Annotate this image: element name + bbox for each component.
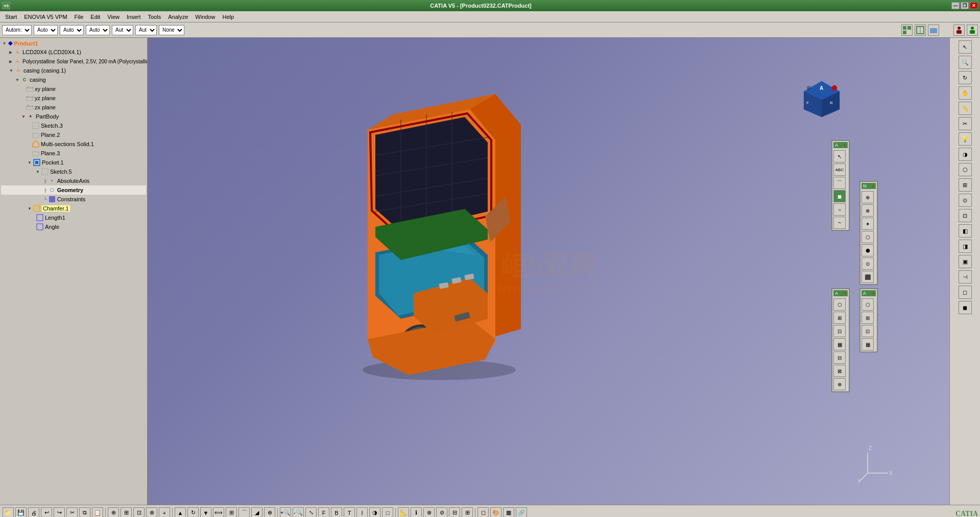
tree-item-plane2[interactable]: Plane.2 bbox=[1, 130, 146, 139]
tree-item-angle[interactable]: Angle bbox=[1, 222, 146, 231]
btool-copy[interactable]: ⧉ bbox=[79, 507, 90, 518]
3d-viewport[interactable]: 峘5双网 WWW.YSH3D.COM A R F A× bbox=[148, 38, 949, 505]
ft-btn-cursor[interactable]: ↖ bbox=[833, 150, 846, 162]
auto-dropdown2[interactable]: Auto bbox=[60, 25, 84, 35]
ft-btn-a2-5[interactable]: ⊟ bbox=[833, 351, 846, 364]
menu-view[interactable]: View bbox=[104, 13, 123, 21]
tree-item-chamfer1[interactable]: ▼ Chamfer.1 bbox=[1, 204, 146, 213]
menu-enovia[interactable]: ENOVIA V5 VPM bbox=[21, 13, 70, 21]
menu-insert[interactable]: Insert bbox=[124, 13, 144, 21]
rtool-view5[interactable]: ▣ bbox=[959, 255, 972, 268]
btool-top[interactable]: T bbox=[344, 507, 355, 518]
ft-btn-a2-6[interactable]: ⊠ bbox=[833, 365, 846, 377]
ft-btn-n1[interactable]: ⊕ bbox=[862, 191, 874, 203]
rtool-render[interactable]: 💡 bbox=[959, 132, 972, 146]
rtool-view2[interactable]: ⊡ bbox=[959, 209, 972, 222]
btool-analyze[interactable]: ⊗ bbox=[423, 507, 435, 518]
aut-dropdown2[interactable]: Aut bbox=[135, 25, 157, 35]
ft-btn-n7[interactable]: ⬛ bbox=[862, 271, 874, 283]
person-icon-1[interactable] bbox=[953, 25, 965, 36]
tree-item-absaxis[interactable]: ├ + AbsoluteAxis bbox=[1, 176, 146, 185]
rtool-section[interactable]: ✂ bbox=[959, 117, 972, 130]
btool-info[interactable]: ℹ bbox=[411, 507, 422, 518]
tree-item-zx-plane[interactable]: zx plane bbox=[1, 103, 146, 112]
tree-item-sketch5[interactable]: ▼ Sketch.5 bbox=[1, 167, 146, 176]
btool-extrude[interactable]: ▲ bbox=[175, 507, 186, 518]
btool-chamfer[interactable]: ◢ bbox=[251, 507, 262, 518]
menu-analyze[interactable]: Analyze bbox=[165, 13, 191, 21]
rtool-pan[interactable]: ✋ bbox=[959, 86, 972, 100]
ft-btn-a3-4[interactable]: ▦ bbox=[862, 338, 874, 350]
menu-help[interactable]: Help bbox=[219, 13, 237, 21]
btool-front[interactable]: F bbox=[318, 507, 329, 518]
tree-item-solar[interactable]: ▶ A Polycrystalline Solar Panel, 2.5V, 2… bbox=[1, 57, 146, 66]
menu-edit[interactable]: Edit bbox=[87, 13, 103, 21]
ft-close-n[interactable]: × bbox=[872, 183, 874, 189]
btool-link[interactable]: 🔗 bbox=[516, 507, 527, 518]
rtool-cursor[interactable]: ↖ bbox=[959, 40, 972, 54]
btool-fillet[interactable]: ⌒ bbox=[238, 507, 250, 518]
tree-item-casing[interactable]: ▼ C casing bbox=[1, 75, 146, 84]
ft-btn-n4[interactable]: ⬡ bbox=[862, 231, 874, 243]
tree-item-constraints[interactable]: └ Constraints bbox=[1, 195, 146, 204]
btool-fitall[interactable]: ⤡ bbox=[305, 507, 317, 518]
btool-section2[interactable]: ⊘ bbox=[436, 507, 447, 518]
btool-zoomout[interactable]: -🔍 bbox=[293, 507, 304, 518]
btool-snap[interactable]: ⊕ bbox=[108, 507, 119, 518]
ft-btn-a3-3[interactable]: ⊡ bbox=[862, 325, 874, 337]
btool-back[interactable]: B bbox=[331, 507, 342, 518]
btool-save[interactable]: 💾 bbox=[15, 507, 27, 518]
ft-close-a2[interactable]: × bbox=[844, 291, 846, 296]
rtool-hide[interactable]: ◻ bbox=[959, 286, 972, 299]
btool-pattern[interactable]: ⊞ bbox=[226, 507, 237, 518]
ft-btn-n3[interactable]: ✦ bbox=[862, 218, 874, 230]
rtool-rotate[interactable]: ↻ bbox=[959, 71, 972, 84]
menu-window[interactable]: Window bbox=[192, 13, 218, 21]
btool-pocket[interactable]: ▼ bbox=[200, 507, 211, 518]
toolbar-icon-2[interactable] bbox=[915, 25, 926, 36]
btool-revolve[interactable]: ↻ bbox=[187, 507, 199, 518]
btool-hide2[interactable]: ◻ bbox=[477, 507, 489, 518]
tree-item-sketch3[interactable]: Sketch.3 bbox=[1, 121, 146, 130]
rtool-view3[interactable]: ◧ bbox=[959, 224, 972, 238]
btool-wire2[interactable]: □ bbox=[382, 507, 393, 518]
menu-tools[interactable]: Tools bbox=[145, 13, 164, 21]
minimize-button[interactable]: — bbox=[951, 2, 960, 9]
ft-close-a[interactable]: × bbox=[844, 143, 846, 148]
btool-axis[interactable]: + bbox=[159, 507, 170, 518]
ft-btn-n6[interactable]: ⊙ bbox=[862, 257, 874, 270]
ft-btn-n5[interactable]: ⬢ bbox=[862, 244, 874, 256]
btool-undo[interactable]: ↩ bbox=[41, 507, 52, 518]
btool-grid[interactable]: ⊞ bbox=[121, 507, 132, 518]
btool-mirror[interactable]: ⟺ bbox=[213, 507, 224, 518]
ft-btn-a2-1[interactable]: ⬡ bbox=[833, 298, 846, 311]
close-button[interactable]: ✕ bbox=[970, 2, 978, 9]
none-dropdown[interactable]: None bbox=[159, 25, 184, 35]
rtool-wire[interactable]: ⬡ bbox=[959, 163, 972, 176]
rtool-shade[interactable]: ◑ bbox=[959, 148, 972, 161]
ft-btn-a2-7[interactable]: ⊕ bbox=[833, 378, 846, 390]
ft-btn-n2[interactable]: ⊗ bbox=[862, 204, 874, 217]
ft-close-a3[interactable]: × bbox=[872, 291, 874, 296]
rtool-view4[interactable]: ◨ bbox=[959, 240, 972, 253]
btool-color[interactable]: 🎨 bbox=[490, 507, 501, 518]
btool-measure2[interactable]: 📐 bbox=[398, 507, 409, 518]
ft-btn-a3-1[interactable]: ⬡ bbox=[862, 298, 874, 311]
rtool-constraint[interactable]: ⊣ bbox=[959, 270, 972, 284]
tree-item-partbody[interactable]: ▼ ✦ PartBody bbox=[1, 112, 146, 121]
ft-btn-green[interactable]: ◼ bbox=[833, 190, 846, 202]
person-icon-2[interactable] bbox=[967, 25, 978, 36]
autom-dropdown[interactable]: Autom: bbox=[2, 25, 32, 35]
toolbar-icon-1[interactable] bbox=[901, 25, 913, 36]
auto-dropdown1[interactable]: Auto bbox=[34, 25, 58, 35]
tree-item-geometry[interactable]: ├ ⬡ Geometry bbox=[1, 185, 146, 195]
rtool-view1[interactable]: ⊙ bbox=[959, 194, 972, 207]
ft-btn-a2-4[interactable]: ▦ bbox=[833, 338, 846, 350]
tree-item-plane3[interactable]: Plane.3 bbox=[1, 149, 146, 158]
aut-dropdown1[interactable]: Aut bbox=[112, 25, 133, 35]
rtool-zoom[interactable]: 🔍 bbox=[959, 56, 972, 69]
tree-item-multisolid[interactable]: Multi-sections Solid.1 bbox=[1, 139, 146, 149]
rtool-fit[interactable]: ⊞ bbox=[959, 178, 972, 192]
btool-layer[interactable]: ▦ bbox=[503, 507, 514, 518]
btool-paste[interactable]: 📋 bbox=[92, 507, 103, 518]
